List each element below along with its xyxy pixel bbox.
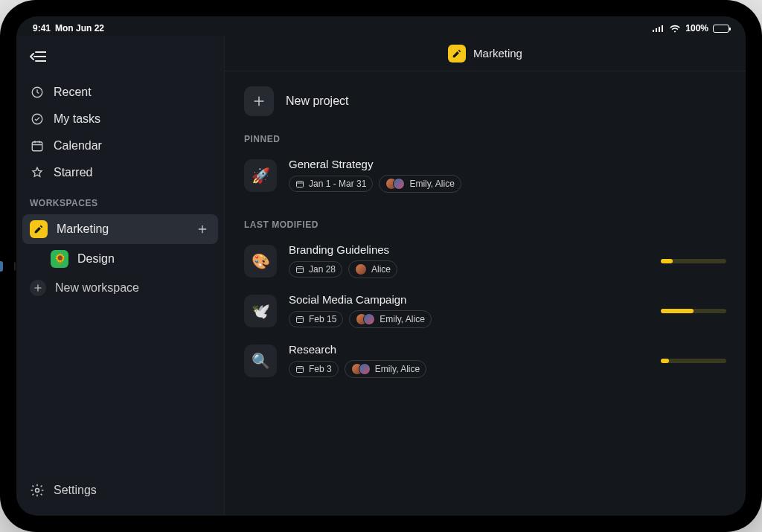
date-chip: Jan 1 - Mar 31: [289, 176, 373, 192]
progress-bar: [661, 359, 726, 363]
check-circle-icon: [30, 112, 45, 126]
sidebar-item-calendar[interactable]: Calendar: [22, 132, 218, 159]
sidebar-item-my-tasks[interactable]: My tasks: [22, 106, 218, 132]
sidebar-workspace-marketing[interactable]: Marketing: [22, 214, 218, 244]
wifi-icon: [669, 25, 681, 33]
plus-icon: [30, 280, 46, 296]
magnifier-icon: 🔍: [244, 344, 277, 377]
sidebar-item-label: My tasks: [54, 112, 100, 126]
sidebar-item-starred[interactable]: Starred: [22, 159, 218, 186]
new-project-label: New project: [286, 94, 348, 108]
project-row[interactable]: 🕊️ Social Media Campaign Feb 15: [244, 287, 726, 337]
project-row[interactable]: 🚀 General Strategy Jan 1 - Mar 31: [244, 152, 726, 202]
project-title: Research: [289, 343, 426, 356]
status-bar: 9:41 Mon Jun 22 100%: [16, 21, 746, 36]
progress-bar: [661, 309, 726, 313]
main-header: Marketing: [225, 36, 746, 71]
workspace-label: Design: [77, 252, 115, 266]
svg-point-7: [36, 489, 39, 493]
svg-rect-6: [32, 142, 42, 151]
project-row[interactable]: 🎨 Branding Guidelines Jan 28 Ali: [244, 237, 726, 287]
project-title: Social Media Campaign: [289, 293, 432, 306]
people-chip: Alice: [348, 260, 397, 278]
svg-rect-8: [297, 182, 304, 188]
sidebar-item-label: Starred: [54, 166, 92, 179]
gear-icon: [30, 483, 45, 498]
battery-percent: 100%: [685, 23, 708, 33]
palette-icon: 🎨: [244, 245, 277, 278]
new-project-button[interactable]: New project: [244, 86, 348, 116]
svg-rect-11: [297, 367, 304, 373]
svg-rect-2: [659, 27, 660, 32]
workspace-label: Marketing: [57, 222, 109, 236]
svg-rect-1: [656, 28, 657, 32]
svg-rect-0: [653, 30, 654, 32]
cellular-icon: [653, 25, 665, 32]
ipad-frame: 9:41 Mon Jun 22 100%: [0, 0, 762, 532]
clock-icon: [30, 85, 45, 100]
status-time: 9:41: [33, 23, 51, 33]
date-chip: Feb 3: [289, 361, 339, 377]
pencil-icon: [448, 45, 466, 63]
sidebar-item-settings[interactable]: Settings: [22, 475, 218, 505]
sidebar-workspaces-header: WORKSPACES: [16, 188, 224, 213]
people-chip: Emily, Alice: [349, 310, 431, 328]
avatar-group: [356, 313, 375, 325]
rocket-icon: 🚀: [244, 159, 277, 192]
new-workspace-label: New workspace: [55, 281, 139, 295]
svg-rect-10: [297, 317, 304, 323]
section-header-pinned: PINNED: [244, 134, 726, 144]
people-chip: Emily, Alice: [345, 360, 426, 378]
sunflower-icon: 🌻: [51, 250, 68, 268]
date-chip: Jan 28: [289, 261, 342, 278]
sidebar: Recent My tasks Calendar: [16, 36, 225, 516]
star-icon: [30, 165, 45, 180]
svg-rect-3: [662, 25, 663, 32]
sidebar-workspace-design[interactable]: 🌻 Design: [43, 244, 218, 274]
date-chip: Feb 15: [289, 311, 343, 327]
main-area: Marketing New project PINNED 🚀 General S…: [225, 36, 746, 516]
settings-label: Settings: [54, 484, 97, 497]
avatar-group: [351, 363, 371, 375]
sidebar-item-label: Calendar: [54, 139, 102, 153]
plus-icon: [244, 86, 274, 116]
battery-icon: [713, 25, 729, 33]
people-chip: Emily, Alice: [379, 175, 461, 193]
menu-back-button[interactable]: [30, 51, 46, 63]
new-workspace-button[interactable]: New workspace: [22, 274, 218, 302]
avatar-group: [385, 178, 405, 190]
avatar-group: [355, 263, 367, 275]
calendar-icon: [30, 138, 45, 153]
project-title: General Strategy: [289, 158, 461, 170]
pencil-icon: [30, 220, 48, 238]
section-header-last-modified: LAST MODIFIED: [244, 219, 726, 230]
project-title: Branding Guidelines: [289, 243, 397, 256]
svg-rect-9: [297, 267, 304, 273]
page-title: Marketing: [473, 47, 522, 60]
project-row[interactable]: 🔍 Research Feb 3 Emily, Alice: [244, 337, 726, 387]
sidebar-item-label: Recent: [54, 86, 92, 99]
progress-bar: [661, 259, 726, 263]
sidebar-item-recent[interactable]: Recent: [22, 79, 218, 106]
add-to-workspace-button[interactable]: [194, 221, 211, 237]
dove-icon: 🕊️: [244, 295, 277, 327]
status-date: Mon Jun 22: [55, 23, 104, 33]
